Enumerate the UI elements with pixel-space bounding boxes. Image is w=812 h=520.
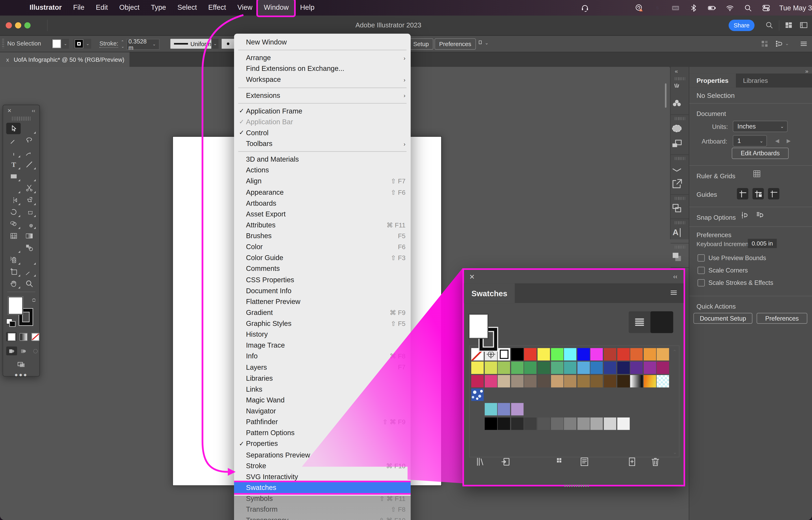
swatch-#5e3092[interactable]: [630, 362, 643, 374]
home-icon[interactable]: [33, 21, 42, 30]
menu-item-css-properties[interactable]: CSS Properties: [234, 274, 411, 285]
menu-help[interactable]: Help: [294, 0, 320, 16]
swatch-#db3f80[interactable]: [485, 375, 497, 387]
line-segment-tool[interactable]: [22, 159, 36, 170]
menu-item-align[interactable]: Align⇧ F7: [234, 176, 411, 187]
panel-icon[interactable]: [799, 21, 808, 29]
menu-item-graphic-styles[interactable]: Graphic Styles⇧ F5: [234, 318, 411, 329]
swatch-#aaaaaa[interactable]: [591, 417, 603, 430]
default-fill-stroke-icon[interactable]: [6, 318, 16, 327]
swatch-#0d0df2[interactable]: [577, 348, 590, 360]
menu-item-color[interactable]: ColorF6: [234, 241, 411, 252]
close-icon[interactable]: ✕: [469, 273, 475, 281]
swatch-transparency-pattern[interactable]: [657, 375, 669, 387]
snap-grid-button[interactable]: [756, 211, 766, 221]
transparency-grid-button[interactable]: [768, 170, 778, 180]
drag-handle[interactable]: [675, 117, 685, 120]
expand-panels-icon[interactable]: «: [675, 68, 678, 74]
wd-drive-icon[interactable]: WD: [671, 3, 680, 12]
shear-tool[interactable]: [22, 194, 36, 206]
drag-handle[interactable]: [675, 221, 685, 224]
symbol-sprayer-tool[interactable]: [6, 254, 21, 265]
lock-guides-button[interactable]: [753, 188, 764, 200]
creative-cloud-alert-icon[interactable]: [635, 3, 644, 12]
menu-item-image-trace[interactable]: Image Trace: [234, 340, 411, 351]
swatch-#7d6d61[interactable]: [524, 375, 537, 387]
menu-item-find-extensions-on-exchange[interactable]: Find Extensions on Exchange...: [234, 63, 411, 74]
artboards-panel-icon[interactable]: [671, 138, 683, 150]
tab-properties[interactable]: Properties: [689, 74, 736, 87]
fill-color-dropdown[interactable]: ⌄: [51, 39, 69, 49]
swatch-#372510[interactable]: [617, 375, 629, 387]
swatch-#9d226a[interactable]: [657, 362, 669, 374]
menu-item-links[interactable]: Links: [234, 384, 411, 395]
swatch-#f3eb55[interactable]: [471, 362, 484, 374]
tumblr-icon[interactable]: [598, 3, 607, 12]
selection-panel-icon[interactable]: [671, 122, 683, 135]
wifi-icon[interactable]: [725, 3, 734, 12]
edit-toolbar-button[interactable]: ●●●: [3, 371, 39, 378]
swatch-#000000[interactable]: [511, 348, 523, 360]
swap-icon[interactable]: [31, 297, 38, 304]
tab-swatches[interactable]: Swatches: [464, 283, 515, 303]
magic-wand-tool[interactable]: [6, 135, 21, 146]
stroke-color-dropdown[interactable]: ⌄: [74, 39, 91, 49]
swatch-#eb9839[interactable]: [644, 348, 656, 360]
draw-behind-button[interactable]: [18, 346, 29, 355]
menu-item-3d-and-materials[interactable]: 3D and Materials: [234, 154, 411, 165]
checkbox-box[interactable]: [698, 279, 705, 286]
menu-item-stroke[interactable]: Stroke⌘ F10: [234, 460, 411, 471]
guides-button[interactable]: [737, 188, 748, 200]
next-artboard-icon[interactable]: ▶: [787, 138, 791, 144]
snapbar-icon[interactable]: [775, 40, 783, 48]
tools-panel-icon[interactable]: [671, 82, 683, 95]
type-tool[interactable]: T: [6, 159, 21, 170]
transparency-panel-icon[interactable]: [671, 251, 683, 263]
menu-item-gradient[interactable]: Gradient⌘ F9: [234, 307, 411, 318]
menu-item-pathfinder[interactable]: Pathfinder⇧ ⌘ F9: [234, 416, 411, 427]
curvature-tool[interactable]: [22, 147, 36, 158]
menu-item-extensions[interactable]: Extensions›: [234, 90, 411, 101]
menu-item-libraries[interactable]: Libraries: [234, 373, 411, 384]
pen-tool[interactable]: [6, 147, 21, 158]
panel-resize-handle[interactable]: [565, 485, 589, 487]
artboard-dropdown[interactable]: 1⌄: [733, 135, 767, 147]
canvas-vertical-scrollbar[interactable]: [665, 83, 667, 108]
menu-select[interactable]: Select: [172, 0, 202, 16]
chevron-down-icon[interactable]: ⌄: [785, 41, 789, 46]
gradient-tool[interactable]: [22, 230, 36, 241]
swatch-#59abdd[interactable]: [577, 362, 590, 374]
rectangle-tool[interactable]: [6, 171, 21, 182]
isolate-selection-icon[interactable]: [475, 40, 483, 48]
previous-artboard-icon[interactable]: ◀: [775, 138, 779, 144]
grid-view-icon[interactable]: [650, 311, 673, 333]
swatch-#b63c32[interactable]: [604, 348, 616, 360]
swatch-#7f7f7f[interactable]: [564, 417, 576, 430]
close-window-button[interactable]: [6, 22, 12, 29]
document-tab[interactable]: x UofA Infographic* @ 50 % (RGB/Preview): [0, 52, 130, 67]
swatch-#2a2a2a[interactable]: [511, 417, 523, 430]
collapse-panel-icon[interactable]: »: [805, 68, 808, 74]
menu-item-brushes[interactable]: BrushesF5: [234, 231, 411, 241]
swatch-#f13df0[interactable]: [591, 348, 603, 360]
fill-color-indicator[interactable]: [8, 297, 23, 314]
blend-tool[interactable]: [22, 242, 36, 253]
menu-hamburger[interactable]: [669, 288, 678, 297]
menu-item-swatches[interactable]: Swatches: [234, 482, 411, 493]
direct-selection-tool[interactable]: [22, 123, 36, 134]
tab-libraries[interactable]: Libraries: [736, 74, 775, 87]
show-swatch-kinds-icon[interactable]: [555, 456, 566, 467]
add-to-library-icon[interactable]: [500, 456, 511, 467]
new-swatch-icon[interactable]: [627, 456, 638, 467]
snap-point-button[interactable]: [740, 211, 750, 221]
swatch-#69f557[interactable]: [551, 348, 563, 360]
stroke-width-field[interactable]: 0.3528 m⌄: [126, 39, 159, 50]
draw-inside-button[interactable]: [30, 346, 41, 355]
share-button[interactable]: Share: [729, 20, 755, 31]
menu-object[interactable]: Object: [113, 0, 145, 16]
menu-effect[interactable]: Effect: [202, 0, 232, 16]
zoom-tool[interactable]: [22, 278, 36, 289]
menu-item-history[interactable]: History: [234, 329, 411, 340]
shield-s-icon[interactable]: S: [653, 3, 661, 12]
workspace-icon[interactable]: [784, 21, 793, 29]
